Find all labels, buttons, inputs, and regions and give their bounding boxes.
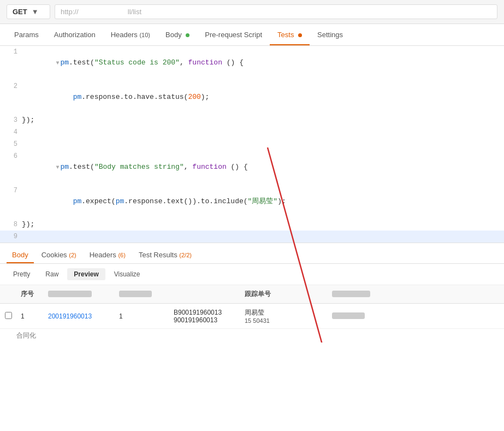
tab-settings[interactable]: Settings (310, 24, 351, 45)
view-tab-pretty[interactable]: Pretty (7, 268, 37, 280)
code-line-4: 4 (0, 126, 504, 138)
url-bar: GET ▼ (0, 0, 504, 24)
resp-tab-testresults[interactable]: Test Results (2/2) (133, 247, 197, 263)
row-col1: 200191960013 (44, 312, 115, 320)
request-tabs: Params Authorization Headers (10) Body P… (0, 24, 504, 46)
col-1-header (44, 291, 115, 298)
resp-tab-cookies[interactable]: Cookies (2) (36, 247, 82, 263)
col-2-header (115, 291, 169, 298)
col-contact-header: 跟踪单号 (240, 290, 328, 299)
code-line-8: 8 }); (0, 219, 504, 231)
resp-headers-badge: (6) (118, 252, 125, 258)
view-tab-preview[interactable]: Preview (67, 268, 105, 280)
tab-params[interactable]: Params (7, 24, 46, 45)
resp-tab-headers[interactable]: Headers (6) (84, 247, 131, 263)
code-editor[interactable]: 1 ▼pm.test("Status code is 200", functio… (0, 46, 504, 243)
method-label: GET (13, 8, 27, 16)
tab-headers[interactable]: Headers (10) (103, 24, 158, 45)
chevron-down-icon: ▼ (32, 8, 39, 16)
view-tabs: Pretty Raw Preview Visualize (0, 264, 504, 285)
row-checkbox[interactable] (0, 312, 16, 321)
view-tab-visualize[interactable]: Visualize (108, 268, 147, 280)
row-extra (328, 312, 410, 320)
contact-phone: 15 50431 (245, 317, 323, 324)
response-table: 序号 跟踪单号 1 (0, 285, 504, 343)
tab-tests[interactable]: Tests (270, 24, 310, 45)
row-tracking: B900191960013 900191960013 (169, 309, 240, 324)
code-line-1: 1 ▼pm.test("Status code is 200", functio… (0, 46, 504, 80)
col-num-header: 序号 (16, 290, 44, 299)
resp-tab-body[interactable]: Body (7, 247, 34, 263)
code-line-7: 7 pm.expect(pm.response.text()).to.inclu… (0, 185, 504, 219)
headers-badge: (10) (139, 32, 150, 38)
view-tab-raw[interactable]: Raw (39, 268, 65, 280)
code-line-3: 3 }); (0, 114, 504, 126)
row-num: 1 (16, 312, 44, 320)
table-row: 1 200191960013 1 B900191960013 900191960… (0, 304, 504, 329)
row-col1-link[interactable]: 200191960013 (48, 312, 92, 320)
body-dot-icon (186, 33, 189, 37)
tab-body[interactable]: Body (158, 24, 197, 45)
contact-name: 周易莹 (245, 308, 323, 317)
row-col2: 1 (115, 312, 169, 320)
row-partial-hint: 合同化 (0, 329, 504, 343)
code-line-5: 5 (0, 138, 504, 150)
code-line-6: 6 ▼pm.test("Body matches string", functi… (0, 150, 504, 185)
response-tabs: Body Cookies (2) Headers (6) Test Result… (0, 243, 504, 264)
url-input[interactable] (55, 4, 497, 19)
code-line-9: 9 (0, 231, 504, 243)
table-header: 序号 跟踪单号 (0, 285, 504, 304)
tab-authorization[interactable]: Authorization (46, 24, 103, 45)
method-select[interactable]: GET ▼ (7, 4, 50, 19)
col-5-header (328, 291, 410, 298)
row-contact: 周易莹 15 50431 (240, 308, 328, 324)
code-line-2: 2 pm.response.to.have.status(200); (0, 80, 504, 114)
cookies-badge: (2) (69, 252, 76, 258)
testresults-badge: (2/2) (179, 252, 192, 258)
tab-prerequest[interactable]: Pre-request Script (197, 24, 270, 45)
tests-dot-icon (298, 33, 302, 37)
